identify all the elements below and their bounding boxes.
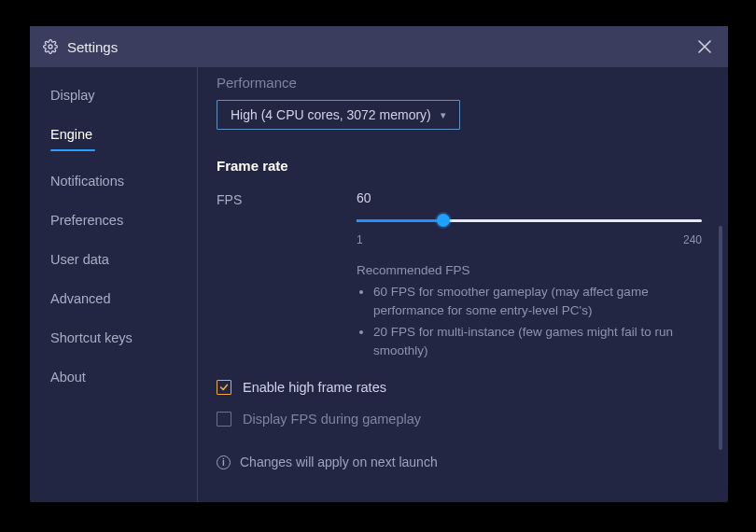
recommended-fps-item: 20 FPS for multi-instance (few games mig…: [373, 323, 702, 359]
sidebar-item-label: Display: [50, 86, 95, 105]
recommended-fps-title: Recommended FPS: [357, 263, 702, 277]
sidebar-item-label: Notifications: [50, 172, 124, 190]
fps-label: FPS: [217, 190, 338, 207]
settings-title: Settings: [67, 39, 118, 55]
scrollbar[interactable]: [719, 226, 722, 450]
sidebar-item-label: Advanced: [50, 289, 111, 308]
sidebar-item-label: User data: [50, 250, 109, 269]
chevron-down-icon: ▾: [441, 109, 446, 121]
display-fps-checkbox-row[interactable]: Display FPS during gameplay: [217, 412, 702, 427]
slider-thumb[interactable]: [437, 214, 450, 227]
settings-content: Performance High (4 CPU cores, 3072 memo…: [198, 67, 728, 502]
sidebar-item-advanced[interactable]: Advanced: [30, 289, 197, 308]
sidebar-item-label: Engine: [50, 125, 92, 144]
launch-notice-text: Changes will apply on next launch: [240, 455, 438, 469]
gear-icon: [43, 39, 58, 54]
titlebar: Settings: [30, 26, 728, 67]
sidebar-item-shortcut-keys[interactable]: Shortcut keys: [30, 329, 197, 347]
sidebar-item-label: Preferences: [50, 211, 123, 230]
fps-max: 240: [683, 233, 702, 246]
recommended-fps-list: 60 FPS for smoother gameplay (may affect…: [357, 283, 702, 359]
performance-dropdown-value: High (4 CPU cores, 3072 memory): [231, 107, 431, 122]
framerate-section-title: Frame rate: [217, 158, 702, 174]
performance-section-title: Performance: [217, 75, 702, 91]
sidebar-item-about[interactable]: About: [30, 368, 197, 386]
close-icon: [698, 40, 711, 53]
sidebar-item-label: About: [50, 368, 86, 386]
performance-dropdown[interactable]: High (4 CPU cores, 3072 memory) ▾: [217, 100, 460, 130]
display-fps-checkbox[interactable]: [217, 412, 231, 427]
sidebar-item-engine[interactable]: Engine: [30, 125, 197, 151]
enable-high-framerate-label: Enable high frame rates: [243, 380, 386, 395]
launch-notice: i Changes will apply on next launch: [217, 455, 702, 469]
sidebar-item-user-data[interactable]: User data: [30, 250, 197, 269]
recommended-fps-item: 60 FPS for smoother gameplay (may affect…: [373, 283, 702, 319]
check-icon: [219, 383, 229, 392]
svg-point-0: [49, 45, 52, 49]
sidebar-item-label: Shortcut keys: [50, 329, 133, 347]
fps-value: 60: [357, 190, 702, 205]
info-icon: i: [217, 455, 231, 469]
settings-sidebar: Display Engine Notifications Preferences…: [30, 67, 198, 502]
slider-fill: [357, 219, 443, 222]
enable-high-framerate-checkbox[interactable]: [217, 380, 231, 395]
settings-body: Display Engine Notifications Preferences…: [30, 67, 728, 502]
fps-slider[interactable]: [357, 213, 702, 228]
display-fps-label: Display FPS during gameplay: [243, 412, 421, 427]
sidebar-item-display[interactable]: Display: [30, 86, 197, 105]
sidebar-item-notifications[interactable]: Notifications: [30, 172, 197, 190]
fps-min: 1: [357, 233, 363, 246]
enable-high-framerate-checkbox-row[interactable]: Enable high frame rates: [217, 380, 702, 395]
close-button[interactable]: [694, 36, 715, 57]
sidebar-item-preferences[interactable]: Preferences: [30, 211, 197, 230]
settings-modal: Settings Display Engine Notifications Pr…: [30, 26, 728, 502]
